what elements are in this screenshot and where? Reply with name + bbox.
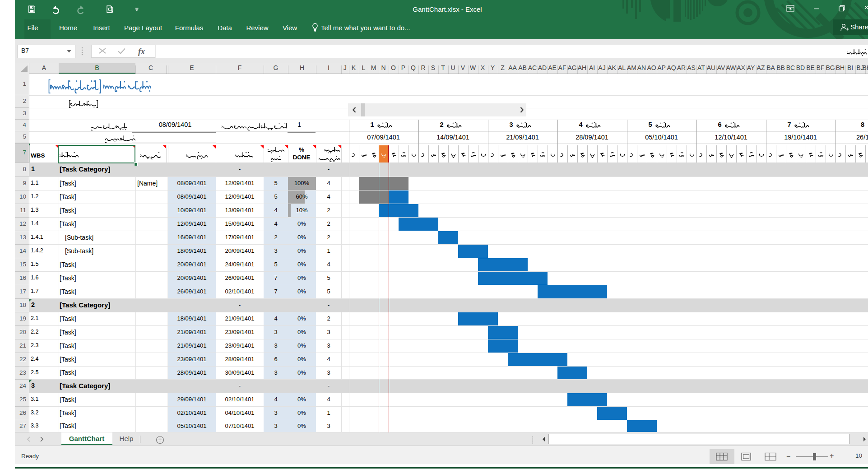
svg-text:fx: fx <box>138 47 145 56</box>
